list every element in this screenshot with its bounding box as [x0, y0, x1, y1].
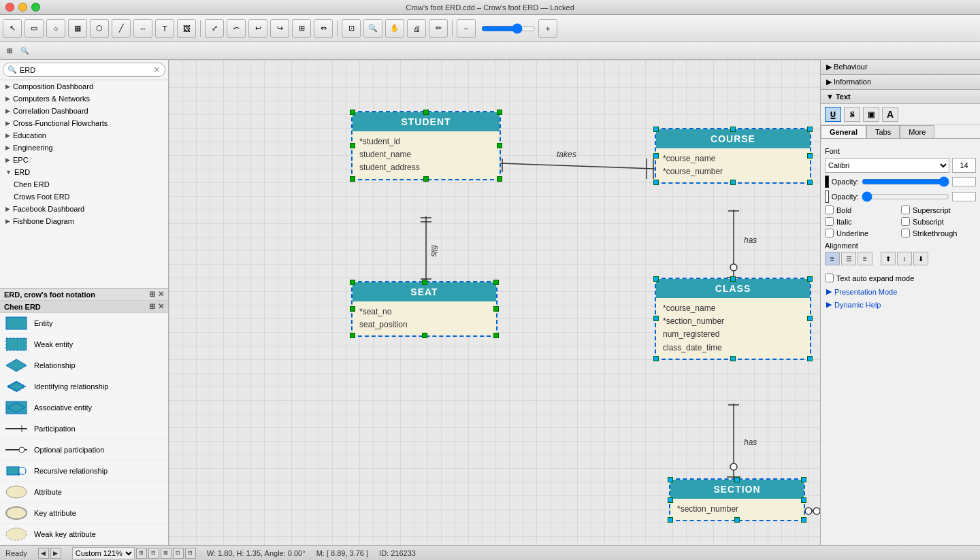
connector-tool[interactable]: ↔ — [133, 19, 152, 38]
align-tool[interactable]: ⊞ — [292, 19, 311, 38]
align-center-btn[interactable]: ☰ — [841, 252, 856, 265]
handle-ml[interactable] — [653, 153, 659, 159]
page-ctrl-4[interactable]: ⊡ — [173, 548, 184, 559]
stencil-close-icon[interactable]: ✕ — [158, 290, 164, 299]
handle-tr[interactable] — [807, 276, 813, 282]
align-middle-btn[interactable]: ↕ — [897, 252, 912, 265]
handle-bc[interactable] — [422, 333, 427, 338]
color-swatch-1[interactable] — [825, 176, 829, 188]
canvas[interactable]: takes fills has has teaches STUDENT *stu… — [169, 60, 820, 545]
zoom-slider[interactable] — [481, 24, 536, 33]
print-tool[interactable]: 🖨 — [407, 19, 426, 38]
format-box-icon[interactable]: ▣ — [863, 107, 879, 122]
handle-br[interactable] — [497, 176, 502, 182]
align-top-btn[interactable]: ⬆ — [881, 252, 896, 265]
handle-tc[interactable] — [734, 477, 740, 482]
stencil-item-key-attr[interactable]: Key attribute — [0, 503, 168, 524]
zoom-fit[interactable]: ⊡ — [342, 19, 361, 38]
handle-tc[interactable] — [730, 276, 736, 282]
stencil-item-identifying-rel[interactable]: Identifying relationship — [0, 376, 168, 397]
sidebar-item-erd[interactable]: ▼ ERD — [0, 166, 168, 178]
panel-header-text[interactable]: ▼ Text — [821, 90, 980, 104]
handle-tr[interactable] — [497, 110, 502, 115]
handle-tr[interactable] — [801, 477, 806, 482]
bold-checkbox[interactable] — [825, 205, 834, 214]
underline-checkbox[interactable] — [825, 229, 834, 237]
text-tool[interactable]: T — [155, 19, 174, 38]
page-ctrl-3[interactable]: ⊠ — [161, 548, 172, 559]
page-prev-btn[interactable]: ◀ — [38, 548, 49, 559]
sidebar-item-correlation[interactable]: ▶ Correlation Dashboard — [0, 105, 168, 117]
entity-section[interactable]: SECTION *section_number — [669, 478, 805, 521]
handle-ml[interactable] — [350, 143, 355, 148]
dynamic-help-link[interactable]: ▶ Dynamic Help — [821, 298, 980, 311]
zoom-in-btn[interactable]: 🔍 — [363, 19, 382, 38]
handle-tl[interactable] — [653, 276, 659, 282]
undo-btn[interactable]: ↩ — [248, 19, 267, 38]
stencil-grid-icon-2[interactable]: ⊞ — [149, 302, 155, 311]
stencil-grid-icon[interactable]: ⊞ — [149, 290, 155, 299]
stencil-item-recursive-rel[interactable]: Recursive relationship — [0, 461, 168, 482]
handle-tr[interactable] — [493, 280, 499, 285]
sidebar-item-composition[interactable]: ▶ Composition Dashboard — [0, 80, 168, 93]
sidebar-item-chen-erd[interactable]: Chen ERD — [0, 178, 168, 191]
strikethrough-checkbox[interactable] — [901, 229, 910, 237]
format-text-icon[interactable]: A — [882, 107, 898, 122]
align-right-btn[interactable]: ≡ — [858, 252, 872, 265]
italic-checkbox[interactable] — [825, 217, 834, 226]
stencil-item-attribute[interactable]: Attribute — [0, 482, 168, 503]
handle-ml[interactable] — [350, 306, 355, 312]
handle-tc[interactable] — [730, 127, 736, 132]
handle-tl[interactable] — [668, 477, 673, 482]
handle-mr[interactable] — [497, 143, 502, 148]
redo-btn[interactable]: ↪ — [270, 19, 289, 38]
handle-bc[interactable] — [730, 356, 736, 361]
handle-br[interactable] — [801, 517, 806, 523]
rect-tool[interactable]: ▭ — [24, 19, 44, 38]
stencil-item-weak-key-attr[interactable]: Weak key attribute — [0, 524, 168, 545]
handle-tl[interactable] — [350, 280, 355, 285]
page-ctrl-5[interactable]: ⊟ — [185, 548, 196, 559]
font-family-select[interactable]: Calibri — [825, 158, 949, 173]
image-tool[interactable]: 🖼 — [177, 19, 196, 38]
panel-header-behaviour[interactable]: ▶ Behaviour — [821, 60, 980, 75]
connect-tool[interactable]: ⤢ — [205, 19, 224, 38]
handle-bc[interactable] — [734, 517, 740, 523]
handle-tc[interactable] — [423, 110, 429, 115]
opacity-slider-1[interactable] — [862, 178, 949, 186]
opacity-slider-2[interactable] — [862, 193, 949, 201]
stencil-item-entity[interactable]: Entity — [0, 313, 168, 334]
panel-header-information[interactable]: ▶ Information — [821, 75, 980, 90]
handle-bl[interactable] — [653, 356, 659, 361]
handle-mr[interactable] — [801, 497, 806, 503]
opacity-value-1[interactable]: 100% — [952, 177, 976, 186]
ellipse-tool[interactable]: ○ — [46, 19, 65, 38]
stencil-item-relationship[interactable]: Relationship — [0, 355, 168, 376]
handle-mr[interactable] — [493, 306, 499, 312]
table-tool[interactable]: ▦ — [68, 19, 87, 38]
handle-bc[interactable] — [423, 176, 429, 182]
page-next-btn[interactable]: ▶ — [50, 548, 61, 559]
handle-tl[interactable] — [350, 110, 355, 115]
zoom-out[interactable]: − — [457, 19, 476, 38]
sidebar-item-fishbone[interactable]: ▶ Fishbone Diagram — [0, 215, 168, 227]
handle-tl[interactable] — [653, 127, 659, 132]
search-icon[interactable]: 🔍 — [18, 44, 31, 58]
sidebar-item-epc[interactable]: ▶ EPC — [0, 154, 168, 166]
line-tool[interactable]: ╱ — [112, 19, 131, 38]
sidebar-item-education[interactable]: ▶ Education — [0, 129, 168, 142]
handle-mr[interactable] — [807, 316, 813, 321]
auto-expand-checkbox[interactable] — [825, 274, 834, 282]
bend-tool[interactable]: ⤺ — [227, 19, 246, 38]
zoom-select[interactable]: Custom 121% — [72, 547, 135, 559]
zoom-in-plus[interactable]: + — [538, 19, 557, 38]
presentation-mode-link[interactable]: ▶ Presentation Mode — [821, 285, 980, 298]
handle-bl[interactable] — [350, 333, 355, 338]
handle-bl[interactable] — [350, 176, 355, 182]
handle-mr[interactable] — [807, 153, 813, 159]
close-button[interactable] — [5, 3, 14, 12]
handle-br[interactable] — [807, 180, 813, 185]
sidebar-item-crows-foot[interactable]: Crows Foot ERD — [0, 191, 168, 203]
page-ctrl-2[interactable]: ⊟ — [148, 548, 159, 559]
stencil-item-associative[interactable]: Associative entity — [0, 397, 168, 418]
